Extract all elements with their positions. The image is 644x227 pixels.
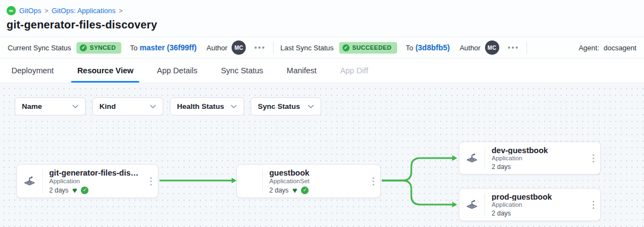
node-age: 2 days: [49, 187, 68, 194]
filter-sync-status-label: Sync Status: [258, 102, 300, 110]
page-header: ∞ GitOps > GitOps: Applications > git-ge…: [0, 0, 644, 37]
tab-manifest[interactable]: Manifest: [287, 59, 317, 83]
graph-node-prod-guestbook[interactable]: prod-guestbook Application 2 days: [459, 188, 601, 221]
breadcrumb-separator: >: [119, 7, 123, 15]
tab-sync-status[interactable]: Sync Status: [221, 59, 263, 83]
filter-kind-label: Kind: [99, 102, 116, 110]
synced-check-icon: ✓: [301, 187, 309, 194]
last-to-label: To: [406, 44, 413, 52]
application-icon: [17, 165, 42, 197]
current-author-label: Author: [206, 44, 227, 52]
divider: [527, 42, 527, 54]
chevron-down-icon: [150, 104, 156, 109]
page-title: git-generator-files-discovery: [7, 19, 636, 31]
tab-app-diff: App Diff: [340, 59, 368, 83]
chevron-down-icon: [231, 104, 237, 109]
last-author-avatar[interactable]: MC: [485, 40, 499, 55]
graph-node-guestbook-appset[interactable]: guestbook ApplicationSet 2 days ♥ ✓: [237, 164, 381, 198]
gitops-logo-icon: ∞: [7, 6, 16, 15]
node-menu-icon[interactable]: [144, 165, 158, 197]
current-sync-status-badge-text: SYNCED: [90, 44, 116, 51]
filter-health-status-dropdown[interactable]: Health Status: [170, 97, 244, 115]
filter-health-status-label: Health Status: [177, 102, 224, 110]
gitops-application-page: ∞ GitOps > GitOps: Applications > git-ge…: [0, 0, 644, 227]
resource-graph-canvas: Name Kind Health Status Sync Status: [0, 83, 644, 227]
chevron-down-icon: [308, 104, 314, 109]
health-heart-icon: ♥: [72, 186, 77, 194]
tab-bar: Deployment Resource View App Details Syn…: [0, 59, 644, 83]
current-author-avatar[interactable]: MC: [232, 40, 246, 55]
check-icon: ✓: [80, 44, 87, 51]
node-info: guestbook ApplicationSet 2 days ♥ ✓: [263, 165, 366, 197]
health-heart-icon: ♥: [292, 186, 297, 194]
current-revision-link[interactable]: master (36f99ff): [140, 43, 197, 52]
node-title: prod-guestbook: [492, 193, 584, 201]
node-info: dev-guestbook Application 2 days: [485, 142, 586, 174]
breadcrumb: ∞ GitOps > GitOps: Applications >: [7, 6, 636, 15]
graph-node-root-application[interactable]: git-generator-files-disco... Application…: [16, 164, 158, 198]
filter-sync-status-dropdown[interactable]: Sync Status: [251, 97, 321, 115]
application-icon: [459, 142, 485, 174]
current-sync-status-badge: ✓ SYNCED: [76, 42, 121, 54]
last-revision-link[interactable]: (3d8bfb5): [415, 43, 450, 52]
tab-resource-view[interactable]: Resource View: [77, 59, 133, 83]
application-icon: [459, 189, 485, 220]
last-more-menu-icon[interactable]: [506, 44, 520, 51]
node-kind: Application: [49, 178, 141, 184]
node-kind: Application: [492, 155, 584, 161]
chevron-down-icon: [72, 104, 79, 109]
node-title: dev-guestbook: [492, 146, 584, 154]
filter-kind-dropdown[interactable]: Kind: [92, 97, 163, 115]
applicationset-icon-empty: [237, 165, 262, 197]
node-age: 2 days: [269, 187, 288, 194]
node-menu-icon[interactable]: [586, 142, 600, 174]
node-age: 2 days: [492, 163, 511, 171]
last-author-label: Author: [459, 44, 480, 52]
tab-app-details[interactable]: App Details: [157, 59, 197, 83]
divider: [273, 42, 274, 54]
last-sync-status-label: Last Sync Status: [280, 44, 334, 52]
agent-info: Agent: docsagent: [578, 44, 636, 52]
node-kind: Application: [492, 201, 584, 208]
breadcrumb-link-applications[interactable]: GitOps: Applications: [51, 7, 115, 15]
node-title: guestbook: [269, 168, 364, 177]
check-icon: ✓: [342, 44, 350, 51]
filter-name-dropdown[interactable]: Name: [15, 97, 86, 115]
node-info: prod-guestbook Application 2 days: [485, 189, 586, 220]
tab-deployment[interactable]: Deployment: [11, 59, 54, 83]
node-title: git-generator-files-disco...: [49, 168, 141, 177]
current-sync-status-label: Current Sync Status: [8, 44, 71, 52]
agent-value: docsagent: [604, 44, 636, 52]
node-menu-icon[interactable]: [586, 189, 600, 220]
synced-check-icon: ✓: [81, 187, 88, 194]
filter-name-label: Name: [22, 102, 42, 110]
graph-node-dev-guestbook[interactable]: dev-guestbook Application 2 days: [459, 142, 601, 174]
current-more-menu-icon[interactable]: [252, 44, 267, 51]
node-info: git-generator-files-disco... Application…: [43, 165, 144, 197]
node-kind: ApplicationSet: [269, 178, 364, 184]
node-menu-icon[interactable]: [366, 165, 380, 197]
breadcrumb-link-gitops[interactable]: GitOps: [19, 7, 41, 15]
sync-status-bar: Current Sync Status ✓ SYNCED To master (…: [0, 37, 644, 59]
current-to-label: To: [130, 44, 138, 52]
breadcrumb-separator: >: [44, 7, 48, 15]
node-age: 2 days: [492, 209, 511, 217]
agent-label: Agent:: [578, 44, 599, 52]
last-sync-status-badge-text: SUCCEEDED: [352, 44, 392, 51]
last-sync-status-badge: ✓ SUCCEEDED: [339, 42, 397, 54]
